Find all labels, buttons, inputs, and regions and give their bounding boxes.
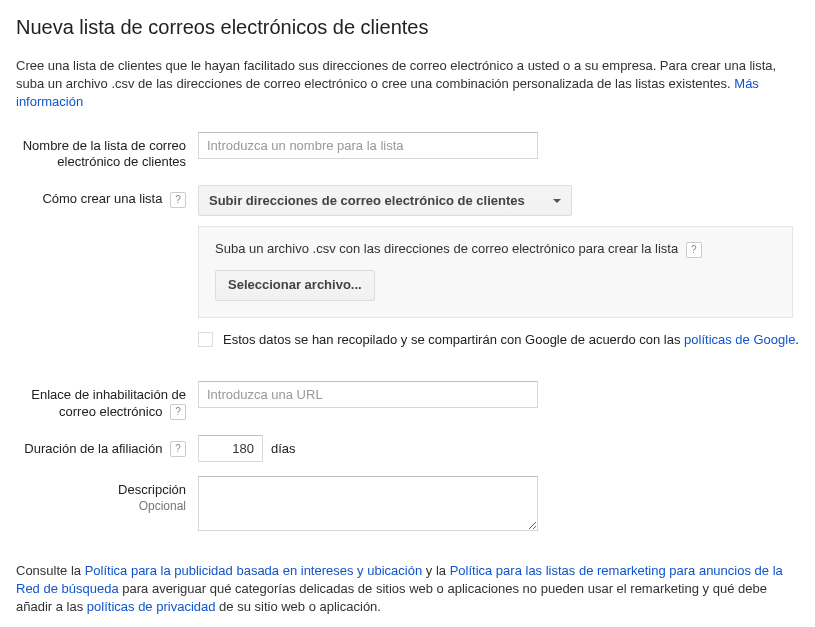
privacy-policies-link[interactable]: políticas de privacidad xyxy=(87,599,216,614)
how-create-dropdown[interactable]: Subir direcciones de correo electrónico … xyxy=(198,185,572,216)
list-name-label: Nombre de la lista de correo electrónico… xyxy=(16,132,198,172)
consent-checkbox[interactable] xyxy=(198,332,213,347)
upload-panel: Suba un archivo .csv con las direcciones… xyxy=(198,226,793,318)
duration-unit: días xyxy=(271,441,296,456)
page-title: Nueva lista de correos electrónicos de c… xyxy=(16,16,799,39)
optout-label: Enlace de inhabilitación de correo elect… xyxy=(31,387,186,419)
intro-text: Cree una lista de clientes que le hayan … xyxy=(16,57,799,112)
consent-text: Estos datos se han recopilado y se compa… xyxy=(223,332,799,347)
footer-policy-text: Consulte la Política para la publicidad … xyxy=(16,562,799,617)
dropdown-selected: Subir direcciones de correo electrónico … xyxy=(209,193,525,208)
duration-input[interactable] xyxy=(198,435,263,462)
description-label: Descripción xyxy=(16,482,186,499)
list-name-input[interactable] xyxy=(198,132,538,159)
how-create-label: Cómo crear una lista xyxy=(42,191,162,206)
intro-body: Cree una lista de clientes que le hayan … xyxy=(16,58,776,91)
select-file-button[interactable]: Seleccionar archivo... xyxy=(215,270,375,301)
upload-hint: Suba un archivo .csv con las direcciones… xyxy=(215,241,678,256)
help-icon[interactable]: ? xyxy=(170,192,186,208)
google-policies-link[interactable]: políticas de Google xyxy=(684,332,795,347)
help-icon[interactable]: ? xyxy=(686,242,702,258)
interest-policy-link[interactable]: Política para la publicidad basada en in… xyxy=(85,563,423,578)
help-icon[interactable]: ? xyxy=(170,404,186,420)
description-sublabel: Opcional xyxy=(16,499,186,515)
duration-label: Duración de la afiliación xyxy=(24,441,162,456)
help-icon[interactable]: ? xyxy=(170,441,186,457)
optout-url-input[interactable] xyxy=(198,381,538,408)
chevron-down-icon xyxy=(553,199,561,203)
description-textarea[interactable] xyxy=(198,476,538,531)
